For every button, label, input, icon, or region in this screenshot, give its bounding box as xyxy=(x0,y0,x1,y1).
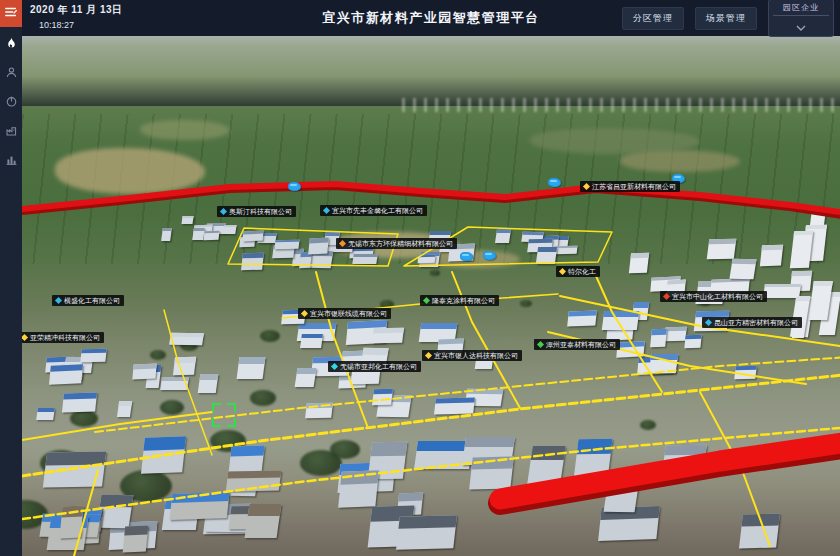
company-label[interactable]: 潭州亚泰材料有限公司 xyxy=(534,339,620,350)
company-marker-icon xyxy=(301,310,308,317)
sidebar-item-fire[interactable] xyxy=(3,35,19,51)
menu-edit-icon xyxy=(4,5,18,23)
company-marker-icon xyxy=(220,208,227,215)
blue-model-marker[interactable] xyxy=(288,182,301,191)
red-ribbon xyxy=(500,440,840,499)
blue-model-marker[interactable] xyxy=(548,178,561,187)
company-label-text: 宜兴市银联线缆有限公司 xyxy=(310,308,387,319)
company-label-text: 无锡市东方环保精细材料有限公司 xyxy=(348,238,453,249)
company-label[interactable]: 江苏省昌亚新材料有限公司 xyxy=(580,181,680,192)
company-label[interactable]: 宜兴市先丰金馨化工有限公司 xyxy=(320,205,427,216)
road-line xyxy=(164,310,212,455)
road-line xyxy=(74,470,98,556)
company-marker-icon xyxy=(663,293,670,300)
company-marker-icon xyxy=(331,363,338,370)
company-label-text: 隆泰克涂料有限公司 xyxy=(432,295,495,306)
company-label-text: 特尔化工 xyxy=(568,266,596,277)
dropdown-divider xyxy=(773,15,829,16)
sidebar-item-power[interactable] xyxy=(3,93,19,109)
company-label[interactable]: 宜兴市银联线缆有限公司 xyxy=(298,308,391,319)
sidebar-item-factory[interactable] xyxy=(3,122,19,138)
datetime-block: 2020 年 11 月 13日 10:18:27 xyxy=(30,3,123,31)
company-label[interactable]: 宜兴市中山化工材料有限公司 xyxy=(660,291,767,302)
bracket-corner xyxy=(227,418,236,427)
company-label[interactable]: 横盛化工有限公司 xyxy=(52,295,124,306)
road-line xyxy=(452,272,520,408)
company-marker-icon xyxy=(425,352,432,359)
bracket-corner xyxy=(227,403,236,412)
selection-brackets xyxy=(212,403,236,427)
company-label[interactable]: 昆山亚方精密材料有限公司 xyxy=(702,317,802,328)
company-marker-icon xyxy=(423,297,430,304)
power-icon xyxy=(5,95,18,108)
flame-icon xyxy=(5,36,18,50)
blue-model-marker[interactable] xyxy=(460,252,473,261)
company-label[interactable]: 宜兴市银人达科技有限公司 xyxy=(422,350,522,361)
company-label-text: 江苏省昌亚新材料有限公司 xyxy=(592,181,676,192)
company-label[interactable]: 亚荣精冲科技有限公司 xyxy=(22,332,104,343)
company-label-text: 宜兴市中山化工材料有限公司 xyxy=(672,291,763,302)
blue-model-marker[interactable] xyxy=(483,251,496,260)
company-label-text: 无锡市亚邦化工有限公司 xyxy=(340,361,417,372)
company-label-text: 奥斯汀科技有限公司 xyxy=(229,206,292,217)
bracket-corner xyxy=(212,403,221,412)
time-label: 10:18:27 xyxy=(39,19,123,31)
map-viewport[interactable]: 奥斯汀科技有限公司宜兴市先丰金馨化工有限公司无锡市东方环保精细材料有限公司江苏省… xyxy=(22,36,840,556)
bar-chart-icon xyxy=(5,153,18,166)
company-marker-icon xyxy=(559,268,566,275)
sidebar xyxy=(0,0,22,556)
company-label-text: 宜兴市银人达科技有限公司 xyxy=(434,350,518,361)
person-icon xyxy=(5,66,18,79)
scene-manage-button[interactable]: 场景管理 xyxy=(695,7,757,30)
menu-button[interactable] xyxy=(0,0,22,27)
company-marker-icon xyxy=(583,183,590,190)
sidebar-item-statistics[interactable] xyxy=(3,151,19,167)
company-label-text: 宜兴市先丰金馨化工有限公司 xyxy=(332,205,423,216)
company-marker-icon xyxy=(537,341,544,348)
chevron-down-icon xyxy=(796,17,806,35)
road-line xyxy=(95,356,840,432)
factory-icon xyxy=(5,124,18,137)
road-line xyxy=(22,412,212,440)
app-window: 2020 年 11 月 13日 10:18:27 宜兴市新材料产业园智慧管理平台… xyxy=(0,0,840,556)
header-actions: 分区管理 场景管理 园区企业 xyxy=(622,0,834,36)
sidebar-item-person[interactable] xyxy=(3,64,19,80)
date-label: 2020 年 11 月 13日 xyxy=(30,3,123,17)
company-label-text: 昆山亚方精密材料有限公司 xyxy=(714,317,798,328)
company-label[interactable]: 奥斯汀科技有限公司 xyxy=(217,206,296,217)
company-label-text: 亚荣精冲科技有限公司 xyxy=(30,332,100,343)
company-marker-icon xyxy=(55,297,62,304)
company-label[interactable]: 无锡市亚邦化工有限公司 xyxy=(328,361,421,372)
road-line xyxy=(596,276,662,392)
company-marker-icon xyxy=(22,334,28,341)
company-label-text: 潭州亚泰材料有限公司 xyxy=(546,339,616,350)
top-header: 2020 年 11 月 13日 10:18:27 宜兴市新材料产业园智慧管理平台… xyxy=(22,0,840,36)
bracket-corner xyxy=(212,418,221,427)
company-label-text: 横盛化工有限公司 xyxy=(64,295,120,306)
company-marker-icon xyxy=(705,319,712,326)
company-marker-icon xyxy=(339,240,346,247)
company-label[interactable]: 隆泰克涂料有限公司 xyxy=(420,295,499,306)
company-label[interactable]: 特尔化工 xyxy=(556,266,600,277)
dropdown-label: 园区企业 xyxy=(783,2,819,15)
company-label[interactable]: 无锡市东方环保精细材料有限公司 xyxy=(336,238,457,249)
company-marker-icon xyxy=(323,207,330,214)
park-enterprise-dropdown[interactable]: 园区企业 xyxy=(768,0,834,37)
zone-manage-button[interactable]: 分区管理 xyxy=(622,7,684,30)
